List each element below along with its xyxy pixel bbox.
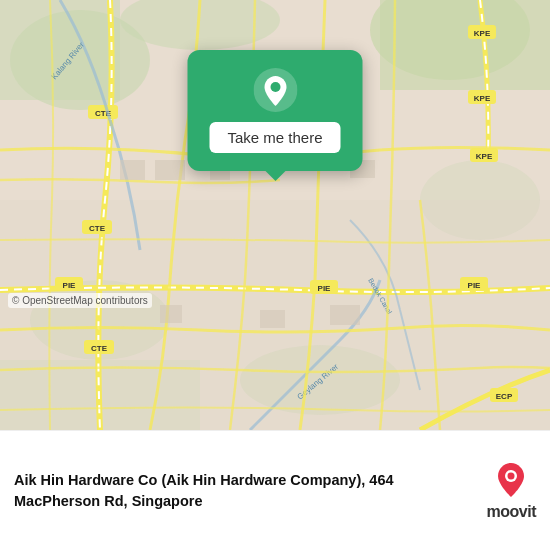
svg-text:ECP: ECP [496,392,513,401]
moovit-logo: moovit [487,461,536,521]
svg-text:PIE: PIE [318,284,332,293]
map-popup: Take me there [188,50,363,171]
svg-rect-37 [260,310,285,328]
svg-rect-35 [155,160,185,180]
svg-rect-34 [120,160,145,180]
svg-text:KPE: KPE [474,94,491,103]
svg-rect-39 [160,305,182,323]
svg-text:PIE: PIE [468,281,482,290]
place-info: Aik Hin Hardware Co (Aik Hin Hardware Co… [14,470,475,511]
main-container: CTE CTE CTE PIE PIE PIE KPE KPE KPE [0,0,550,550]
svg-text:PIE: PIE [63,281,77,290]
location-pin-icon [253,68,297,112]
moovit-pin-icon [492,461,530,499]
map-copyright: © OpenStreetMap contributors [8,293,152,308]
place-title: Aik Hin Hardware Co (Aik Hin Hardware Co… [14,470,475,511]
svg-text:KPE: KPE [476,152,493,161]
svg-text:KPE: KPE [474,29,491,38]
svg-rect-5 [380,0,550,90]
svg-text:CTE: CTE [91,344,108,353]
take-me-there-button[interactable]: Take me there [209,122,340,153]
svg-rect-38 [330,305,360,325]
moovit-brand-text: moovit [487,503,536,521]
svg-text:CTE: CTE [89,224,106,233]
svg-point-44 [508,472,515,479]
info-bar: Aik Hin Hardware Co (Aik Hin Hardware Co… [0,430,550,550]
svg-point-42 [270,82,280,92]
map-area: CTE CTE CTE PIE PIE PIE KPE KPE KPE [0,0,550,430]
